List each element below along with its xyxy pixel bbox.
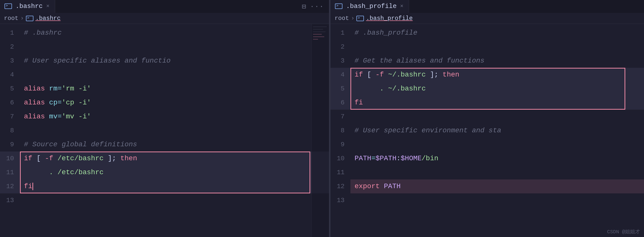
line-content-5: . ~/.bashrc xyxy=(350,82,644,96)
token: PATH xyxy=(384,182,400,190)
left-code-lines: 1# .bashrc23# User specific aliases and … xyxy=(0,26,329,207)
left-breadcrumb: root › .bashrc xyxy=(0,13,329,24)
more-actions-button[interactable]: ··· xyxy=(310,3,324,10)
breadcrumb-icon-right xyxy=(356,16,364,21)
code-line-10: 10if [ -f /etc/bashrc ]; then xyxy=(0,152,329,166)
token: = xyxy=(57,113,62,120)
left-tab-close[interactable]: × xyxy=(45,3,50,10)
token: then xyxy=(120,155,137,162)
breadcrumb-icon-left xyxy=(26,16,34,21)
left-code-area: 1# .bashrc23# User specific aliases and … xyxy=(0,24,329,237)
right-code-area: 1# .bash_profile23# Get the aliases and … xyxy=(330,24,644,237)
right-tab-label: .bash_profile xyxy=(346,2,396,10)
line-number-5: 5 xyxy=(0,82,20,96)
code-line-13: 13 xyxy=(0,193,329,207)
code-line-1: 1# .bashrc xyxy=(0,26,329,40)
code-line-11: 11 . /etc/bashrc xyxy=(0,166,329,179)
line-content-9: # Source global definitions xyxy=(20,138,329,152)
line-number-11: 11 xyxy=(330,166,350,179)
left-tab-bashrc[interactable]: .bashrc × xyxy=(0,0,55,13)
code-line-11: 11 xyxy=(330,166,644,179)
token: if xyxy=(354,71,363,78)
line-content-1: # .bash_profile xyxy=(350,26,644,40)
right-tab-close[interactable]: × xyxy=(399,3,404,10)
line-content-12: fi xyxy=(20,179,329,193)
split-editor-button[interactable]: ⊟ xyxy=(302,2,306,11)
token: = xyxy=(57,99,62,106)
svg-rect-3 xyxy=(313,34,322,35)
token: /bin xyxy=(422,155,438,162)
line-content-5: alias rm='rm -i' xyxy=(20,82,329,96)
right-code-lines: 1# .bash_profile23# Get the aliases and … xyxy=(330,26,644,207)
code-line-1: 1# .bash_profile xyxy=(330,26,644,40)
token: alias xyxy=(24,99,49,106)
token: [ xyxy=(32,155,45,162)
code-line-9: 9# Source global definitions xyxy=(0,138,329,152)
breadcrumb-root-left: root xyxy=(4,15,18,22)
token: 'rm -i' xyxy=(62,85,91,92)
breadcrumb-sep-right: › xyxy=(351,15,354,22)
line-number-3: 3 xyxy=(0,54,20,68)
left-tab-bar: .bashrc × ⊟ ··· xyxy=(0,0,329,13)
code-line-9: 9 xyxy=(330,138,644,152)
code-line-8: 8# User specific environment and sta xyxy=(330,124,644,138)
left-pane: .bashrc × ⊟ ··· root › .bashrc 1# .bashr… xyxy=(0,0,330,237)
line-content-6: alias cp='cp -i' xyxy=(20,96,329,110)
token: 'mv -i' xyxy=(62,113,91,120)
token: = xyxy=(372,155,376,162)
token: /etc/bashrc xyxy=(54,155,108,162)
token: . ~/.bashrc xyxy=(354,85,426,92)
line-number-5: 5 xyxy=(330,82,350,96)
line-number-13: 13 xyxy=(0,193,20,207)
code-line-12: 12fi xyxy=(0,179,329,193)
right-pane: .bash_profile × root › .bash_profile 1# … xyxy=(330,0,644,237)
text-cursor xyxy=(32,183,33,190)
line-content-12: export PATH xyxy=(350,179,644,193)
line-number-13: 13 xyxy=(330,193,350,207)
breadcrumb-file-left: .bashrc xyxy=(36,15,60,22)
token: : xyxy=(396,155,400,162)
left-tab-label: .bashrc xyxy=(16,2,43,10)
token: ]; xyxy=(108,155,120,162)
line-number-10: 10 xyxy=(0,152,20,166)
code-line-4: 4if [ -f ~/.bashrc ]; then xyxy=(330,68,644,82)
token: # .bashrc xyxy=(24,29,62,37)
code-line-5: 5 . ~/.bashrc xyxy=(330,82,644,96)
line-content-4: if [ -f ~/.bashrc ]; then xyxy=(350,68,644,82)
token: # Source global definitions xyxy=(24,141,137,148)
breadcrumb-root-right: root xyxy=(334,15,349,22)
token: cp xyxy=(49,99,58,106)
token: = xyxy=(57,85,62,92)
code-line-10: 10PATH=$PATH:$HOME/bin xyxy=(330,152,644,166)
line-number-9: 9 xyxy=(0,138,20,152)
line-content-1: # .bashrc xyxy=(20,26,329,40)
token: if xyxy=(24,155,32,162)
code-line-6: 6fi xyxy=(330,96,644,110)
line-content-7: alias mv='mv -i' xyxy=(20,110,329,124)
code-line-4: 4 xyxy=(0,68,329,82)
right-breadcrumb: root › .bash_profile xyxy=(330,13,644,24)
breadcrumb-file-right: .bash_profile xyxy=(366,15,412,22)
terminal-icon xyxy=(4,3,12,9)
token: -f xyxy=(45,155,54,162)
token: mv xyxy=(49,113,58,120)
token: PATH xyxy=(354,155,371,162)
right-tab-bar: .bash_profile × xyxy=(330,0,644,13)
code-line-7: 7alias mv='mv -i' xyxy=(0,110,329,124)
code-line-3: 3# Get the aliases and functions xyxy=(330,54,644,68)
token: alias xyxy=(24,85,49,92)
token: then xyxy=(442,71,459,78)
code-line-6: 6alias cp='cp -i' xyxy=(0,96,329,110)
code-line-2: 2 xyxy=(0,40,329,54)
code-line-5: 5alias rm='rm -i' xyxy=(0,82,329,96)
line-number-11: 11 xyxy=(0,166,20,179)
svg-rect-2 xyxy=(313,31,326,32)
line-content-11: . /etc/bashrc xyxy=(20,166,329,179)
line-number-4: 4 xyxy=(330,68,350,82)
code-line-7: 7 xyxy=(330,110,644,124)
token: # .bash_profile xyxy=(354,29,417,37)
token: ]; xyxy=(430,71,442,78)
right-tab-bash-profile[interactable]: .bash_profile × xyxy=(330,0,409,13)
token: # User specific environment and sta xyxy=(354,127,501,134)
line-content-8: # User specific environment and sta xyxy=(350,124,644,138)
